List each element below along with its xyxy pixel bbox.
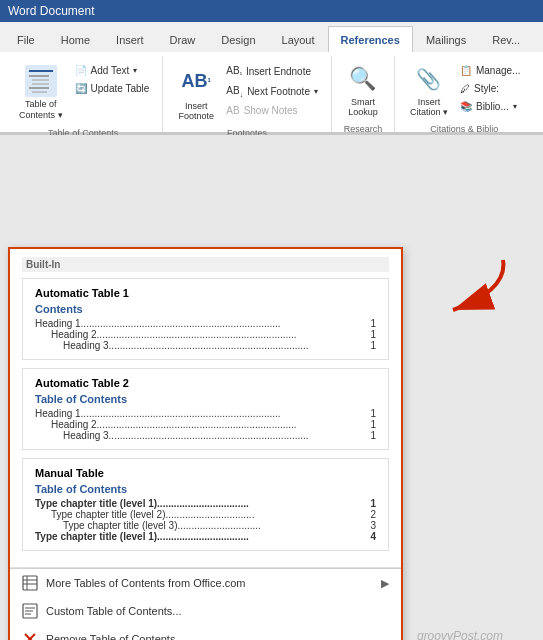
manual-table-row-2-page: 3 (368, 520, 376, 531)
toc-group-items: Table ofContents ▾ 📄 Add Text ▾ 🔄 Update… (12, 58, 154, 126)
manage-label: Manage... (476, 65, 520, 76)
tab-review[interactable]: Rev... (479, 26, 533, 52)
insert-footnote-button[interactable]: AB¹ InsertFootnote (171, 58, 221, 126)
auto-table-1-row-2-dots: ........................................… (109, 340, 369, 351)
style-icon: 🖊 (460, 83, 470, 94)
manual-table-row-0: Type chapter title (level 1) ...........… (35, 498, 376, 509)
tab-home[interactable]: Home (48, 26, 103, 52)
auto-table-2-row-1-dots: ........................................… (97, 419, 369, 430)
auto-table-1-contents-title: Contents (35, 303, 376, 315)
manual-table-row-3-label: Type chapter title (level 1) (35, 531, 157, 542)
footnote-icon: AB¹ (178, 63, 214, 99)
manual-table-row-2-dots: .............................. (178, 520, 369, 531)
toc-button-label: Table ofContents ▾ (19, 99, 63, 121)
custom-toc-label: Custom Table of Contents... (46, 605, 182, 617)
more-tables-icon (22, 575, 38, 591)
custom-toc-icon (22, 603, 38, 619)
insert-endnote-button[interactable]: AB¹ Insert Endnote (221, 62, 323, 81)
ribbon-group-toc: Table ofContents ▾ 📄 Add Text ▾ 🔄 Update… (4, 56, 163, 132)
manual-table-row-1-label: Type chapter title (level 2) (51, 509, 166, 520)
more-tables-label: More Tables of Contents from Office.com (46, 577, 246, 589)
auto-table-2-row-2: Heading 3 ..............................… (35, 430, 376, 441)
next-footnote-button[interactable]: AB↓ Next Footnote ▾ (221, 82, 323, 101)
manage-icon: 📋 (460, 65, 472, 76)
manual-table-row-1: Type chapter title (level 2) ...........… (35, 509, 376, 520)
more-tables-item[interactable]: More Tables of Contents from Office.com … (10, 569, 401, 597)
auto-table-2-preview[interactable]: Automatic Table 2 Table of Contents Head… (22, 368, 389, 450)
remove-toc-label: Remove Table of Contents (46, 633, 175, 640)
citations-group-items: 📎 InsertCitation ▾ 📋 Manage... 🖊 Style: … (403, 58, 526, 122)
svg-rect-8 (23, 576, 37, 590)
manual-table-row-0-page: 1 (368, 498, 376, 509)
custom-toc-item[interactable]: Custom Table of Contents... (10, 597, 401, 625)
smart-lookup-icon: 🔍 (347, 63, 379, 95)
endnote-icon: AB¹ (226, 65, 242, 78)
manual-table-row-1-page: 2 (368, 509, 376, 520)
auto-table-2-row-1: Heading 2 ..............................… (35, 419, 376, 430)
manual-table-preview[interactable]: Manual Table Table of Contents Type chap… (22, 458, 389, 551)
red-arrow (423, 255, 513, 328)
tab-design[interactable]: Design (208, 26, 268, 52)
toc-icon (23, 63, 59, 99)
update-table-button[interactable]: 🔄 Update Table (70, 80, 155, 97)
tab-file[interactable]: File (4, 26, 48, 52)
citations-group-label: Citations & Biblio (403, 122, 526, 134)
auto-table-2-row-2-page: 1 (368, 430, 376, 441)
tab-references[interactable]: References (328, 26, 413, 52)
remove-toc-icon (22, 631, 38, 640)
auto-table-1-title: Automatic Table 1 (35, 287, 376, 299)
auto-table-2-row-0-page: 1 (368, 408, 376, 419)
bibliography-label: Biblio... (476, 101, 509, 112)
auto-table-1-row-0: Heading 1 ..............................… (35, 318, 376, 329)
manual-table-row-0-dots: ................................. (157, 498, 368, 509)
show-notes-icon: AB (226, 105, 239, 116)
add-text-button[interactable]: 📄 Add Text ▾ (70, 62, 155, 79)
auto-table-2-row-2-label: Heading 3 (63, 430, 109, 441)
bibliography-icon: 📚 (460, 101, 472, 112)
manual-table-row-3: Type chapter title (level 1) ...........… (35, 531, 376, 542)
auto-table-2-row-0-label: Heading 1 (35, 408, 81, 419)
manual-table-row-1-dots: ................................ (166, 509, 369, 520)
more-tables-arrow: ▶ (381, 577, 389, 590)
remove-toc-item[interactable]: Remove Table of Contents (10, 625, 401, 640)
auto-table-1-row-1-label: Heading 2 (51, 329, 97, 340)
auto-table-2-row-2-dots: ........................................… (109, 430, 369, 441)
citations-stack: 📋 Manage... 🖊 Style: 📚 Biblio... ▾ (455, 58, 525, 115)
tab-draw[interactable]: Draw (157, 26, 209, 52)
auto-table-1-row-1-page: 1 (368, 329, 376, 340)
auto-table-1-row-1: Heading 2 ..............................… (35, 329, 376, 340)
auto-table-1-preview[interactable]: Automatic Table 1 Contents Heading 1 ...… (22, 278, 389, 360)
main-content: Built-In Automatic Table 1 Contents Head… (0, 135, 543, 640)
auto-table-2-contents-title: Table of Contents (35, 393, 376, 405)
auto-table-1-row-2-label: Heading 3 (63, 340, 109, 351)
tab-layout[interactable]: Layout (269, 26, 328, 52)
insert-citation-button[interactable]: 📎 InsertCitation ▾ (403, 58, 455, 122)
tab-insert[interactable]: Insert (103, 26, 157, 52)
show-notes-button[interactable]: AB Show Notes (221, 102, 323, 119)
ribbon-group-research: 🔍 SmartLookup Research (332, 56, 395, 132)
bibliography-button[interactable]: 📚 Biblio... ▾ (455, 98, 525, 115)
footnotes-group-items: AB¹ InsertFootnote AB¹ Insert Endnote AB… (171, 58, 323, 126)
manual-table-row-3-page: 4 (368, 531, 376, 542)
auto-table-1-row-0-label: Heading 1 (35, 318, 81, 329)
auto-table-2-row-0: Heading 1 ..............................… (35, 408, 376, 419)
manage-button[interactable]: 📋 Manage... (455, 62, 525, 79)
auto-table-2-title: Automatic Table 2 (35, 377, 376, 389)
smart-lookup-button[interactable]: 🔍 SmartLookup (340, 58, 386, 122)
add-text-icon: 📄 (75, 65, 87, 76)
footnotes-stack: AB¹ Insert Endnote AB↓ Next Footnote ▾ A… (221, 58, 323, 119)
auto-table-2-row-1-page: 1 (368, 419, 376, 430)
add-text-label: Add Text (91, 65, 130, 76)
auto-table-2-row-1-label: Heading 2 (51, 419, 97, 430)
title-label: Word Document (8, 4, 94, 18)
manual-table-row-0-label: Type chapter title (level 1) (35, 498, 157, 509)
toc-button[interactable]: Table ofContents ▾ (12, 58, 70, 126)
show-notes-label: Show Notes (244, 105, 298, 116)
smart-lookup-label: SmartLookup (348, 97, 378, 117)
title-bar: Word Document (0, 0, 543, 22)
update-table-label: Update Table (91, 83, 150, 94)
style-button[interactable]: 🖊 Style: (455, 80, 525, 97)
tab-bar: File Home Insert Draw Design Layout Refe… (0, 22, 543, 52)
manual-table-row-2: Type chapter title (level 3) ...........… (35, 520, 376, 531)
tab-mailings[interactable]: Mailings (413, 26, 479, 52)
